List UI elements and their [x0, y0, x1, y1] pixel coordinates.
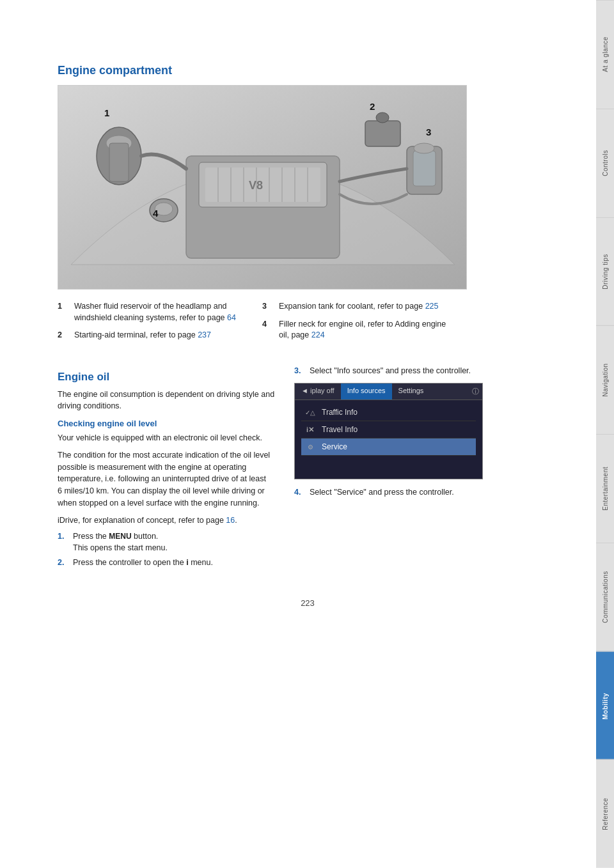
idrive-tab-info-sources[interactable]: Info sources — [341, 384, 392, 399]
compartment-item-list: 1 Washer fluid reservoir of the headlamp… — [58, 301, 558, 348]
engine-compartment-image: V8 1 — [58, 85, 467, 290]
item-num-3: 3 — [262, 301, 276, 313]
section-title-engine-compartment: Engine compartment — [58, 64, 558, 77]
step-2: 2. Press the controller to open the i me… — [58, 557, 275, 569]
service-label: Service — [322, 442, 347, 451]
idrive-screenshot: ◄ iplay off Info sources Settings ⓘ ✓△ T… — [294, 383, 483, 479]
step-num-2: 2. — [58, 557, 70, 569]
svg-point-19 — [376, 112, 389, 123]
idrive-tab-iplay[interactable]: ◄ iplay off — [295, 384, 341, 399]
item-text-1: Washer fluid reservoir of the headlamp a… — [74, 301, 249, 323]
item-2: 2 Starting-aid terminal, refer to page 2… — [58, 330, 249, 341]
item-col-left: 1 Washer fluid reservoir of the headlamp… — [58, 301, 262, 348]
svg-text:V8: V8 — [249, 179, 263, 192]
svg-point-22 — [414, 143, 434, 153]
item-text-4: Filler neck for engine oil, refer to Add… — [279, 319, 454, 341]
checking-text-2: The condition for the most accurate indi… — [58, 449, 275, 509]
step-num-4: 4. — [294, 487, 307, 499]
step-num-3: 3. — [294, 366, 307, 377]
service-icon: ⚙ — [304, 442, 317, 452]
sidebar-tab-at-a-glance[interactable]: At a glance — [596, 0, 614, 109]
menu-bold-text: MENU — [109, 532, 131, 541]
item-num-2: 2 — [58, 330, 72, 341]
idrive-info-icon: ⓘ — [469, 384, 482, 399]
engine-oil-intro: The engine oil consumption is dependent … — [58, 389, 275, 413]
step-3: 3. Select "Info sources" and press the c… — [294, 366, 492, 377]
idrive-tab-bar: ◄ iplay off Info sources Settings ⓘ — [295, 384, 482, 400]
sidebar-tab-navigation[interactable]: Navigation — [596, 325, 614, 434]
page-number: 223 — [58, 592, 558, 614]
idrive-travel-info[interactable]: i✕ Travel Info — [301, 421, 476, 438]
svg-text:2: 2 — [370, 101, 375, 112]
idrive-menu-content: ✓△ Traffic Info i✕ Travel Info ⚙ Service — [295, 400, 482, 479]
svg-rect-21 — [413, 151, 436, 186]
page-link-16[interactable]: 16 — [226, 516, 235, 525]
step-text-2: Press the controller to open the i menu. — [73, 557, 213, 569]
step-text-3: Select "Info sources" and press the cont… — [310, 366, 471, 377]
section-title-engine-oil: Engine oil — [58, 371, 275, 384]
engine-oil-section: Engine oil The engine oil consumption is… — [58, 366, 558, 573]
svg-rect-15 — [109, 143, 129, 182]
item-4: 4 Filler neck for engine oil, refer to A… — [262, 319, 454, 341]
sidebar-tab-entertainment[interactable]: Entertainment — [596, 434, 614, 543]
svg-text:1: 1 — [104, 107, 109, 118]
right-column: 3. Select "Info sources" and press the c… — [294, 366, 492, 573]
travel-info-label: Travel Info — [322, 425, 358, 434]
left-column: Engine oil The engine oil consumption is… — [58, 366, 275, 573]
item-col-right: 3 Expansion tank for coolant, refer to p… — [262, 301, 467, 348]
step-text-4: Select "Service" and press the controlle… — [310, 487, 454, 499]
page-link-64[interactable]: 64 — [227, 313, 236, 322]
item-text-3: Expansion tank for coolant, refer to pag… — [279, 301, 438, 313]
sidebar-tab-driving-tips[interactable]: Driving tips — [596, 217, 614, 326]
idrive-empty-space — [301, 456, 476, 475]
sidebar-tab-communications[interactable]: Communications — [596, 543, 614, 651]
item-1: 1 Washer fluid reservoir of the headlamp… — [58, 301, 249, 323]
item-3: 3 Expansion tank for coolant, refer to p… — [262, 301, 454, 313]
svg-text:3: 3 — [426, 127, 431, 137]
idrive-tab-settings[interactable]: Settings — [392, 384, 430, 399]
step-1: 1. Press the MENU button. This opens the… — [58, 531, 275, 554]
page-link-237[interactable]: 237 — [198, 330, 211, 339]
sidebar-tab-controls[interactable]: Controls — [596, 109, 614, 217]
idrive-traffic-info[interactable]: ✓△ Traffic Info — [301, 404, 476, 421]
sidebar-tabs: At a glance Controls Driving tips Naviga… — [596, 0, 614, 868]
item-num-1: 1 — [58, 301, 72, 323]
svg-rect-18 — [365, 121, 400, 146]
page-link-224[interactable]: 224 — [311, 330, 325, 339]
checking-text-3: iDrive, for explanation of concept, refe… — [58, 515, 275, 527]
step-4: 4. Select "Service" and press the contro… — [294, 487, 492, 499]
page-link-225[interactable]: 225 — [425, 302, 439, 311]
svg-text:4: 4 — [153, 208, 159, 219]
idrive-service[interactable]: ⚙ Service — [301, 438, 476, 456]
checking-text-1: Your vehicle is equipped with an electro… — [58, 432, 275, 444]
travel-info-icon: i✕ — [304, 424, 317, 435]
sidebar-tab-mobility[interactable]: Mobility — [596, 651, 614, 760]
sidebar-tab-reference[interactable]: Reference — [596, 759, 614, 868]
step-num-1: 1. — [58, 531, 70, 554]
checking-title: Checking engine oil level — [58, 419, 275, 428]
traffic-info-label: Traffic Info — [322, 408, 358, 417]
item-text-2: Starting-aid terminal, refer to page 237 — [74, 330, 211, 341]
step-text-1: Press the MENU button. This opens the st… — [73, 531, 168, 554]
item-num-4: 4 — [262, 319, 276, 341]
traffic-info-icon: ✓△ — [304, 407, 317, 417]
